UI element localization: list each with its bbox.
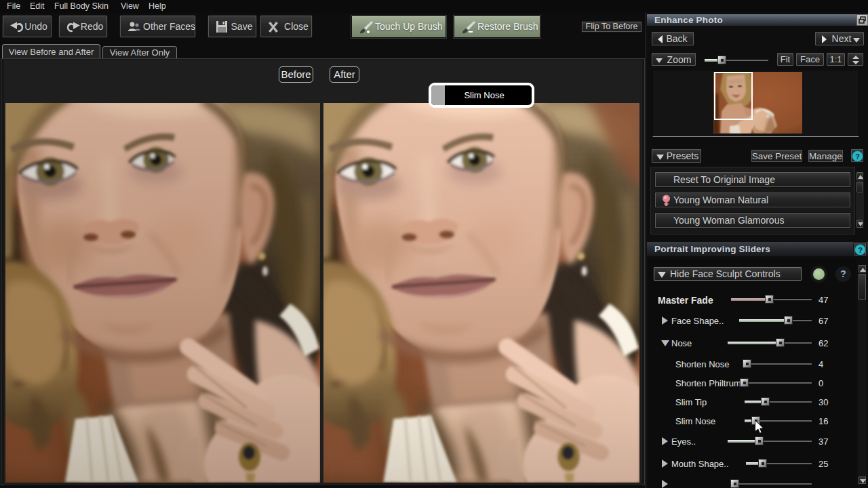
- svg-text:?: ?: [858, 246, 863, 254]
- svg-text:?: ?: [855, 152, 860, 161]
